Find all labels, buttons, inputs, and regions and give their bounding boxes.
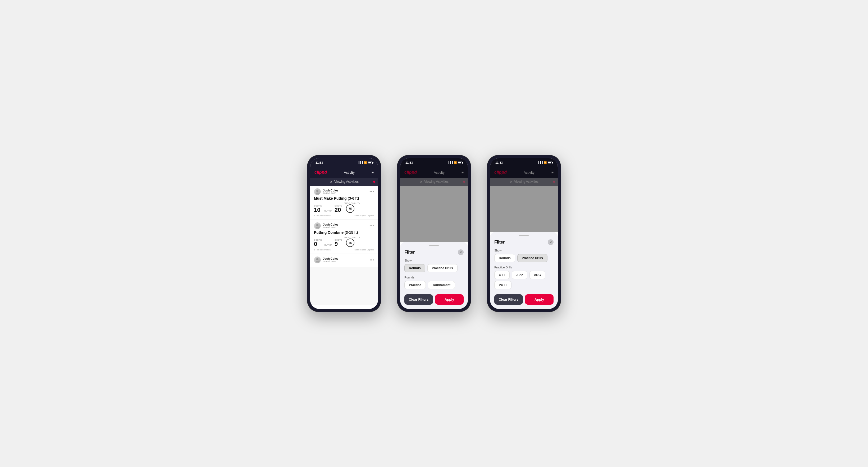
svg-point-4 [316,258,318,260]
viewing-bar-1[interactable]: ⚙ Viewing Activities [310,178,378,186]
user-name-3: Josh Coles [323,257,339,260]
sq-badge-2: 45 [346,239,354,247]
activity-item-2[interactable]: Josh Coles 28 Feb 2023 ••• Putting Combi… [310,220,378,254]
user-name-2: Josh Coles [323,223,339,226]
more-dots-1[interactable]: ••• [369,190,374,194]
user-meta-2: Josh Coles 28 Feb 2023 [323,223,339,229]
activity-title-1: Must Make Putting (3-6 ft) [314,196,374,200]
activity-item-1[interactable]: Josh Coles 28 Feb 2023 ••• Must Make Put… [310,186,378,220]
menu-icon-1[interactable]: ≡ [372,170,374,175]
user-info-3: Josh Coles 28 Feb 2023 [314,256,339,263]
filter-overlay-3: Filter ✕ Show Rounds Practice Drills Pra… [490,158,558,309]
sq-value-2: 45 [348,241,352,244]
chip-tournament-2[interactable]: Tournament [428,281,455,289]
activity-footer-1: ℹ Test Information Data: Clippd Capture [314,214,374,217]
chip-rounds-2[interactable]: Rounds [404,264,425,272]
user-meta-1: Josh Coles 28 Feb 2023 [323,189,339,195]
status-icons-3: ▐▐▐ 🛜 [538,161,553,164]
nav-home-1[interactable]: ⌂ Home [317,308,324,309]
user-meta-3: Josh Coles 28 Feb 2023 [323,257,339,263]
overlay-bg-3 [490,158,558,232]
user-date-3: 28 Feb 2023 [323,260,339,263]
user-info-1: Josh Coles 28 Feb 2023 [314,188,339,195]
battery-icon-1 [368,162,373,164]
phone-1-screen: 11:33 ▐▐▐ 🛜 clippd Activity ≡ ⚙ Vie [310,158,378,309]
sq-label-2: Shot Quality [344,236,360,239]
chip-practice-drills-3[interactable]: Practice Drills [517,254,548,262]
filter-icon-1: ⚙ [330,180,332,184]
phone-1: 11:33 ▐▐▐ 🛜 clippd Activity ≡ ⚙ Vie [307,155,381,312]
header-title-1: Activity [344,170,355,175]
chip-arg-3[interactable]: ARG [529,271,546,279]
chip-rounds-3[interactable]: Rounds [494,254,515,262]
activity-header-2: Josh Coles 28 Feb 2023 ••• [314,222,374,229]
more-dots-2[interactable]: ••• [369,224,374,228]
rounds-chips-2: Practice Tournament [404,281,464,289]
show-label-3: Show [494,249,554,252]
practice-drills-label-3: Practice Drills [494,266,554,269]
data-source-1: Data: Clippd Capture [354,214,374,217]
overlay-bg-2 [400,158,468,242]
signal-icon-1: ▐▐▐ [358,161,363,164]
phone-3-screen: 11:33 ▐▐▐ 🛜 clippd Activity ≡ ⚙ Vie [490,158,558,309]
filter-header-3: Filter ✕ [494,239,554,245]
activity-header-1: Josh Coles 28 Feb 2023 ••• [314,188,374,195]
nav-capture-1[interactable]: ⊕ Capture [362,308,371,309]
app-header-1: clippd Activity ≡ [310,167,378,178]
notch-1 [334,158,355,164]
shots-group-1: Shots 20 [335,205,342,213]
sq-group-1: Shot Quality 75 [344,202,360,213]
clear-filters-btn-2[interactable]: Clear Filters [404,294,433,305]
sheet-handle-2 [429,245,439,246]
shots-value-2: 9 [335,241,342,247]
chip-putt-3[interactable]: PUTT [494,281,512,289]
svg-point-2 [316,224,318,226]
sq-value-1: 75 [348,207,352,210]
avatar-1 [314,188,321,195]
avatar-inner-2 [314,223,320,229]
clear-filters-btn-3[interactable]: Clear Filters [494,294,523,305]
avatar-2 [314,222,321,229]
sheet-handle-3 [519,235,529,236]
wifi-icon-3: 🛜 [544,161,547,164]
user-name-1: Josh Coles [323,189,339,192]
chip-ott-3[interactable]: OTT [494,271,509,279]
activity-list-1: Josh Coles 28 Feb 2023 ••• Must Make Put… [310,186,378,305]
apply-btn-2[interactable]: Apply [435,294,464,305]
status-icons-2: ▐▐▐ 🛜 [448,161,463,164]
chip-app-3[interactable]: APP [512,271,527,279]
more-dots-3[interactable]: ••• [369,258,374,262]
activity-item-3[interactable]: Josh Coles 28 Feb 2023 ••• [310,254,378,267]
close-btn-2[interactable]: ✕ [458,249,464,255]
data-source-2: Data: Clippd Capture [354,249,374,251]
show-chips-2: Rounds Practice Drills [404,264,464,272]
test-info-2: ℹ Test Information [314,249,331,251]
chip-practice-drills-2[interactable]: Practice Drills [427,264,458,272]
activity-header-3: Josh Coles 28 Feb 2023 ••• [314,256,374,263]
rounds-label-2: Rounds [404,276,464,279]
bottom-nav-1: ⌂ Home ♟ Activities ⊕ Capture [310,305,378,309]
filter-sheet-3: Filter ✕ Show Rounds Practice Drills Pra… [490,232,558,309]
phone-3: 11:33 ▐▐▐ 🛜 clippd Activity ≡ ⚙ Vie [487,155,561,312]
logo-1: clippd [314,170,327,175]
status-time-3: 11:33 [495,161,503,164]
screen-content-3: clippd Activity ≡ ⚙ Viewing Activities F… [490,167,558,309]
chip-practice-2[interactable]: Practice [404,281,426,289]
sq-badge-1: 75 [346,205,354,213]
red-dot-1 [373,181,375,183]
apply-btn-3[interactable]: Apply [525,294,554,305]
stats-row-2: Score 0 OUT OF Shots 9 Shot Quality [314,236,374,247]
filter-actions-2: Clear Filters Apply [404,294,464,305]
close-btn-3[interactable]: ✕ [548,239,554,245]
filter-title-3: Filter [494,240,505,245]
status-time-2: 11:33 [405,161,413,164]
avatar-inner-1 [314,189,320,195]
nav-activities-1[interactable]: ♟ Activities [338,308,348,309]
capture-icon-1: ⊕ [365,308,368,309]
battery-icon-2 [458,162,463,164]
sq-group-2: Shot Quality 45 [344,236,360,247]
signal-icon-2: ▐▐▐ [448,161,453,164]
show-label-2: Show [404,259,464,262]
viewing-bar-text-1: Viewing Activities [334,180,359,184]
activities-icon-1: ♟ [341,308,345,309]
